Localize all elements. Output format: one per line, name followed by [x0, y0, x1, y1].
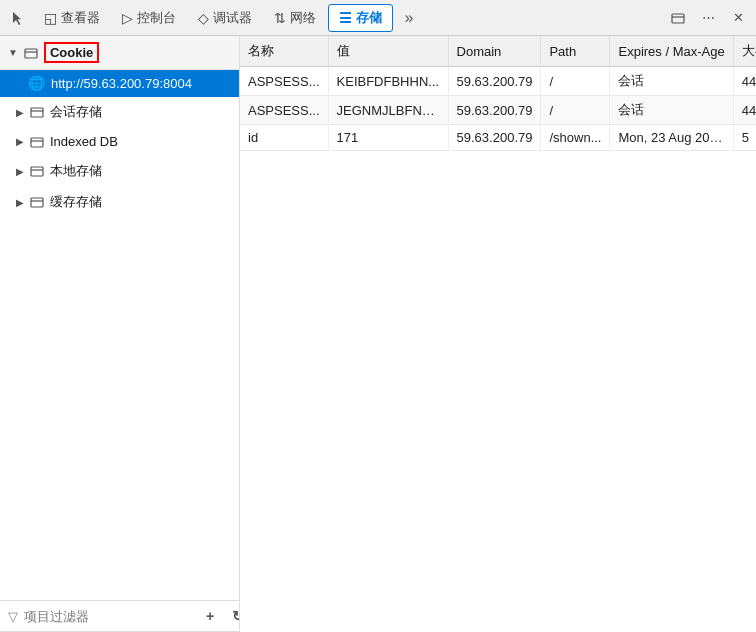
cookie-section-header[interactable]: ▼ Cookie [0, 36, 239, 70]
table-row[interactable]: ASPSESS...JEGNMJLBFNC...59.63.200.79/会话4… [240, 96, 756, 125]
inspector-icon: ◱ [44, 10, 57, 26]
console-icon: ▷ [122, 10, 133, 26]
cell-size: 5 [733, 125, 756, 151]
svg-rect-6 [31, 138, 43, 147]
svg-rect-0 [672, 14, 684, 23]
svg-rect-4 [31, 108, 43, 117]
col-size: 大小 [733, 36, 756, 67]
session-storage-group[interactable]: ▶ 会话存储 [0, 97, 239, 128]
tab-bar: ◱ 查看器 ▷ 控制台 ◇ 调试器 ⇅ 网络 ☰ 存储 » ⋯ ✕ [0, 0, 756, 36]
debugger-icon: ◇ [198, 10, 209, 26]
main-content: ▼ Cookie 🌐 http://59.63.200.79:8004 ▶ [0, 36, 756, 632]
cell-domain: 59.63.200.79 [448, 125, 541, 151]
cell-path: / [541, 67, 610, 96]
overflow-icon[interactable]: » [395, 4, 423, 32]
filter-bar: ▽ + ↻ [0, 600, 239, 632]
col-path: Path [541, 36, 610, 67]
cell-domain: 59.63.200.79 [448, 96, 541, 125]
cookie-db-icon [24, 46, 38, 60]
table-header-row: 名称 值 Domain Path Expires / Max-Age 大小 Ht… [240, 36, 756, 67]
svg-rect-2 [25, 49, 37, 58]
cache-storage-label: 缓存存储 [50, 193, 102, 211]
cache-arrow-icon: ▶ [16, 197, 24, 208]
more-options-icon[interactable]: ⋯ [694, 4, 722, 32]
tab-storage-label: 存储 [356, 9, 382, 27]
tab-network-label: 网络 [290, 9, 316, 27]
svg-rect-10 [31, 198, 43, 207]
tab-network[interactable]: ⇅ 网络 [264, 5, 326, 31]
col-expires: Expires / Max-Age [610, 36, 733, 67]
filter-input[interactable] [24, 609, 192, 624]
close-icon[interactable]: ✕ [724, 4, 752, 32]
table-row[interactable]: ASPSESS...KEIBFDFBHHN...59.63.200.79/会话4… [240, 67, 756, 96]
tab-console[interactable]: ▷ 控制台 [112, 5, 186, 31]
right-panel: 名称 值 Domain Path Expires / Max-Age 大小 Ht… [240, 36, 756, 632]
local-storage-group[interactable]: ▶ 本地存储 [0, 156, 239, 187]
storage-tree: ▼ Cookie 🌐 http://59.63.200.79:8004 ▶ [0, 36, 239, 600]
cache-db-icon [30, 195, 44, 209]
indexed-db-icon [30, 135, 44, 149]
tab-storage[interactable]: ☰ 存储 [328, 4, 393, 32]
cookie-section-label: Cookie [44, 42, 99, 63]
tab-debugger-label: 调试器 [213, 9, 252, 27]
indexed-db-group[interactable]: ▶ Indexed DB [0, 128, 239, 156]
cell-path: / [541, 96, 610, 125]
local-storage-label: 本地存储 [50, 162, 102, 180]
cell-value: 171 [328, 125, 448, 151]
cookie-url-item[interactable]: 🌐 http://59.63.200.79:8004 [0, 70, 239, 97]
col-domain: Domain [448, 36, 541, 67]
cell-name: id [240, 125, 328, 151]
local-db-icon [30, 164, 44, 178]
tab-inspector[interactable]: ◱ 查看器 [34, 5, 110, 31]
refresh-button[interactable]: ↻ [226, 604, 240, 628]
cell-size: 44 [733, 96, 756, 125]
cell-name: ASPSESS... [240, 96, 328, 125]
network-icon: ⇅ [274, 10, 286, 26]
undock-icon[interactable] [664, 4, 692, 32]
cell-expires: Mon, 23 Aug 2021... [610, 125, 733, 151]
tab-inspector-label: 查看器 [61, 9, 100, 27]
svg-rect-8 [31, 167, 43, 176]
session-storage-label: 会话存储 [50, 103, 102, 121]
cookie-url-icon: 🌐 [28, 75, 45, 91]
cell-name: ASPSESS... [240, 67, 328, 96]
cell-expires: 会话 [610, 96, 733, 125]
filter-actions: + ↻ [198, 604, 240, 628]
col-value: 值 [328, 36, 448, 67]
filter-icon: ▽ [8, 609, 18, 624]
indexed-arrow-icon: ▶ [16, 136, 24, 147]
session-arrow-icon: ▶ [16, 107, 24, 118]
tab-console-label: 控制台 [137, 9, 176, 27]
cell-domain: 59.63.200.79 [448, 67, 541, 96]
left-panel: ▼ Cookie 🌐 http://59.63.200.79:8004 ▶ [0, 36, 240, 632]
storage-icon: ☰ [339, 10, 352, 26]
cell-value: JEGNMJLBFNC... [328, 96, 448, 125]
cell-expires: 会话 [610, 67, 733, 96]
tab-debugger[interactable]: ◇ 调试器 [188, 5, 262, 31]
cache-storage-group[interactable]: ▶ 缓存存储 [0, 187, 239, 218]
add-filter-button[interactable]: + [198, 604, 222, 628]
col-name: 名称 [240, 36, 328, 67]
cookie-url-label: http://59.63.200.79:8004 [51, 76, 192, 91]
session-db-icon [30, 105, 44, 119]
table-row[interactable]: id17159.63.200.79/shown...Mon, 23 Aug 20… [240, 125, 756, 151]
cursor-tool-icon[interactable] [4, 4, 32, 32]
cell-size: 44 [733, 67, 756, 96]
indexed-db-label: Indexed DB [50, 134, 118, 149]
cell-path: /shown... [541, 125, 610, 151]
cookie-arrow-icon: ▼ [8, 47, 18, 58]
cell-value: KEIBFDFBHHN... [328, 67, 448, 96]
local-arrow-icon: ▶ [16, 166, 24, 177]
cookies-table: 名称 值 Domain Path Expires / Max-Age 大小 Ht… [240, 36, 756, 151]
